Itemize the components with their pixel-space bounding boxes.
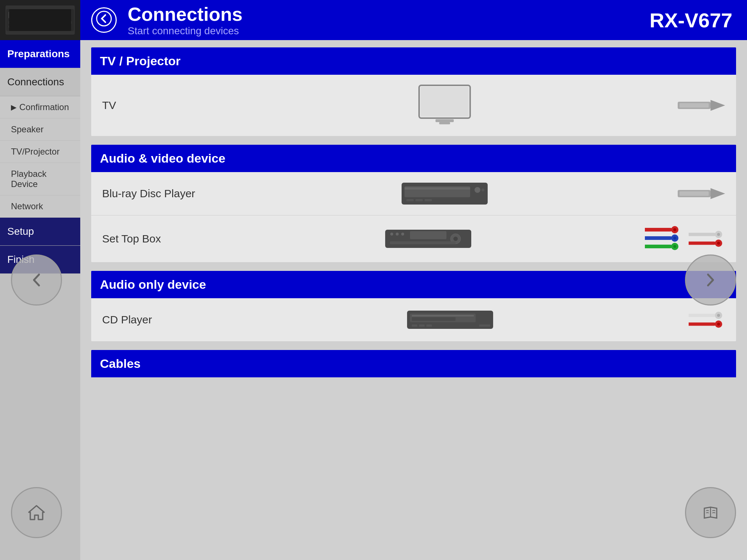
hdmi-cable-svg xyxy=(678,96,725,114)
svg-point-40 xyxy=(673,237,676,240)
section-header-audio-only: Audio only device xyxy=(91,271,736,298)
section-title-cables: Cables xyxy=(100,357,141,370)
sidebar-label-speaker: Speaker xyxy=(11,124,43,134)
svg-rect-55 xyxy=(419,324,425,327)
nav-home-button[interactable] xyxy=(11,487,62,538)
svg-marker-25 xyxy=(711,188,725,199)
svg-point-37 xyxy=(673,228,676,231)
section-header-tv-projector: TV / Projector xyxy=(91,47,736,75)
section-title-tv-projector: TV / Projector xyxy=(100,54,181,68)
logo-area xyxy=(0,0,80,40)
svg-point-28 xyxy=(390,233,393,236)
section-audio-only: Audio only device CD Player xyxy=(91,271,736,341)
help-icon xyxy=(701,503,721,523)
rca-cable-cd-svg xyxy=(689,309,725,331)
device-label-settopbox: Set Top Box xyxy=(102,233,219,245)
receiver-svg xyxy=(5,7,75,33)
nav-forward-icon xyxy=(701,271,720,289)
svg-rect-54 xyxy=(412,324,417,327)
svg-point-63 xyxy=(717,323,720,326)
home-icon xyxy=(27,503,47,523)
svg-rect-34 xyxy=(390,241,456,244)
sidebar-label-connections: Connections xyxy=(7,76,64,88)
svg-rect-12 xyxy=(439,122,450,124)
sidebar-item-network[interactable]: Network xyxy=(0,195,80,218)
sidebar-label-preparations: Preparations xyxy=(7,48,70,59)
section-header-cables: Cables xyxy=(91,350,736,377)
device-icon-tv xyxy=(219,83,670,127)
sidebar-label-playback-device: Playback Device xyxy=(11,169,46,189)
back-arrow-icon xyxy=(96,11,112,30)
nav-help-button[interactable] xyxy=(685,487,736,538)
svg-point-33 xyxy=(453,237,458,241)
device-label-tv: TV xyxy=(102,99,219,112)
sidebar-item-setup[interactable]: Setup xyxy=(0,218,80,246)
svg-rect-7 xyxy=(33,26,47,28)
device-row-cdplayer: CD Player xyxy=(91,298,736,341)
sidebar-item-preparations[interactable]: Preparations xyxy=(0,40,80,68)
sidebar-label-tv-projector: TV/Projector xyxy=(11,147,59,156)
svg-rect-23 xyxy=(425,199,432,201)
svg-rect-10 xyxy=(421,87,469,117)
sidebar-item-confirmation[interactable]: ▶ Confirmation xyxy=(0,96,80,118)
section-tv-projector: TV / Projector TV xyxy=(91,47,736,136)
svg-rect-31 xyxy=(410,231,446,239)
cable-icon-rca-settopbox xyxy=(689,228,725,250)
sidebar-item-speaker[interactable]: Speaker xyxy=(0,118,80,141)
svg-marker-14 xyxy=(711,100,725,111)
content-area: TV / Projector TV xyxy=(80,40,747,560)
svg-point-30 xyxy=(401,233,404,236)
svg-rect-5 xyxy=(8,21,72,24)
device-label-bluray: Blu-ray Disc Player xyxy=(102,187,219,200)
svg-rect-22 xyxy=(415,199,423,201)
cable-icon-hdmi-bluray xyxy=(678,184,725,203)
svg-rect-56 xyxy=(426,324,432,327)
nav-back-button[interactable] xyxy=(11,254,62,306)
device-icon-cdplayer xyxy=(219,307,681,332)
sidebar-item-connections[interactable]: Connections xyxy=(0,68,80,96)
sidebar-label-network: Network xyxy=(11,201,43,211)
sidebar-item-playback-device[interactable]: Playback Device xyxy=(0,163,80,195)
rca-cable-settopbox-svg xyxy=(689,228,725,250)
device-icon-bluray xyxy=(219,181,670,206)
svg-rect-52 xyxy=(412,315,474,316)
section-header-audio-video: Audio & video device xyxy=(91,145,736,172)
svg-rect-57 xyxy=(479,324,490,327)
section-title-audio-video: Audio & video device xyxy=(100,151,225,165)
section-audio-video: Audio & video device Blu-ray Disc Player xyxy=(91,145,736,262)
device-row-settopbox: Set Top Box xyxy=(91,215,736,262)
main-layout: Preparations Connections ▶ Confirmation … xyxy=(0,40,747,560)
svg-point-19 xyxy=(475,187,480,193)
svg-rect-6 xyxy=(8,26,30,28)
svg-rect-11 xyxy=(436,119,454,122)
svg-rect-1 xyxy=(8,12,38,18)
svg-point-60 xyxy=(717,314,720,317)
svg-rect-0 xyxy=(6,9,74,31)
svg-rect-15 xyxy=(680,103,709,108)
device-row-bluray: Blu-ray Disc Player xyxy=(91,172,736,215)
section-content-tv-projector: TV xyxy=(91,75,736,136)
svg-point-20 xyxy=(481,188,484,191)
tv-svg xyxy=(415,83,474,127)
cable-icon-rca-cdplayer xyxy=(689,309,725,331)
sidebar-label-confirmation: Confirmation xyxy=(19,102,69,112)
page-subtitle: Start connecting devices xyxy=(128,25,650,37)
svg-point-49 xyxy=(717,242,720,245)
svg-rect-18 xyxy=(405,187,470,190)
sidebar-label-setup: Setup xyxy=(7,226,34,237)
svg-rect-53 xyxy=(412,317,456,321)
section-content-audio-video: Blu-ray Disc Player xyxy=(91,172,736,262)
arrow-icon: ▶ xyxy=(11,103,16,112)
back-button[interactable] xyxy=(91,7,117,33)
model-name: RX-V677 xyxy=(650,8,732,32)
cdplayer-svg xyxy=(406,307,494,332)
sidebar-item-tv-projector[interactable]: TV/Projector xyxy=(0,141,80,163)
device-row-tv: TV xyxy=(91,75,736,136)
back-icon-svg xyxy=(96,11,112,27)
header-text: Connections Start connecting devices xyxy=(128,3,650,37)
nav-forward-button[interactable] xyxy=(685,254,736,306)
nav-back-icon xyxy=(27,271,46,289)
cable-icon-component-settopbox xyxy=(645,224,681,253)
settopbox-svg xyxy=(384,226,472,252)
device-label-cdplayer: CD Player xyxy=(102,314,219,326)
